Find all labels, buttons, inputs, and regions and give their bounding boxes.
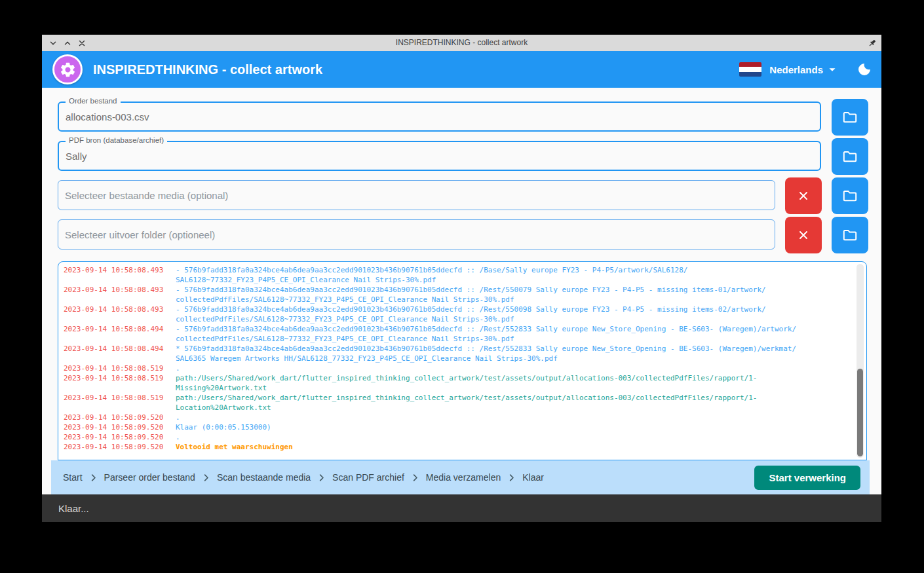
dark-mode-toggle[interactable] <box>857 62 872 77</box>
app-window: INSPIREDTHINKING - collect artwork INSPI… <box>42 35 881 522</box>
chevron-right-icon <box>317 473 326 483</box>
folder-icon <box>842 149 858 164</box>
existing-media-clear-button[interactable] <box>785 177 822 214</box>
log-message: * 576b9fadd318fa0a324bce4ab6dea9aa3cc2ed… <box>176 344 799 363</box>
pdf-source-field[interactable]: PDF bron (database/archief) Sally <box>58 141 821 171</box>
existing-media-field[interactable]: Selecteer bestaande media (optional) <box>58 180 775 210</box>
folder-icon <box>842 109 858 125</box>
pin-button[interactable] <box>866 37 877 48</box>
order-file-label: Order bestand <box>66 97 121 105</box>
log-entry: 2023-09-14 10:58:08.519path:/​Users/​Sha… <box>64 373 866 393</box>
chevron-right-icon <box>507 473 516 483</box>
log-entry: 2023-09-14 10:58:08.493-​ 576b9fadd318fa… <box>64 265 866 285</box>
chevron-right-icon <box>201 473 211 483</box>
app-bar: INSPIREDTHINKING - collect artwork Neder… <box>42 51 881 88</box>
log-timestamp: 2023-09-14 10:58:08.493 <box>64 265 163 275</box>
log-message: -​ 576b9fadd318fa0a324bce4ab6dea9aa3cc2e… <box>176 324 799 344</box>
log-message: Voltooid met waarschuwingen <box>176 442 799 452</box>
log-entry: 2023-09-14 10:58:08.494-​ 576b9fadd318fa… <box>64 324 866 344</box>
close-icon <box>797 189 810 202</box>
log-message: -​ 576b9fadd318fa0a324bce4ab6dea9aa3cc2e… <box>176 285 799 305</box>
title-bar: INSPIREDTHINKING - collect artwork <box>42 35 881 51</box>
log-timestamp: 2023-09-14 10:58:08.493 <box>64 285 163 295</box>
log-message: path:/​Users/​Shared/​work_dart/​flutter… <box>176 393 799 413</box>
status-text: Klaar... <box>58 503 89 514</box>
output-folder-placeholder: Selecteer uitvoer folder (optioneel) <box>65 229 215 240</box>
log-panel[interactable]: 2023-09-14 10:58:08.493-​ 576b9fadd318fa… <box>58 261 867 460</box>
gear-icon <box>59 61 77 79</box>
order-file-value: allocations-003.csv <box>66 111 149 122</box>
window-title: INSPIREDTHINKING - collect artwork <box>42 35 881 51</box>
log-message: . <box>176 363 799 373</box>
dropdown-caret-icon <box>825 62 839 77</box>
log-message: Klaar (0:00:05.153000) <box>176 422 799 432</box>
step-label: Klaar <box>522 472 544 483</box>
log-entry: 2023-09-14 10:58:08.493-​ 576b9fadd318fa… <box>64 305 866 324</box>
order-file-field[interactable]: Order bestand allocations-003.csv <box>58 102 821 132</box>
log-timestamp: 2023-09-14 10:58:08.494 <box>64 344 163 354</box>
close-icon <box>797 229 810 242</box>
folder-icon <box>842 188 858 204</box>
app-title: INSPIREDTHINKING - collect artwork <box>93 62 322 77</box>
step-label: Scan PDF archief <box>332 472 404 483</box>
log-entry: 2023-09-14 10:58:09.520. <box>64 432 866 442</box>
existing-media-browse-button[interactable] <box>832 177 868 214</box>
step-label: Scan bestaande media <box>217 472 311 483</box>
log-scrollbar-thumb[interactable] <box>857 369 863 456</box>
netherlands-flag-icon <box>739 62 761 77</box>
app-logo <box>52 54 83 84</box>
folder-icon <box>842 227 858 243</box>
language-label: Nederlands <box>769 64 823 75</box>
status-bar: Klaar... <box>42 494 881 522</box>
existing-media-placeholder: Selecteer bestaande media (optional) <box>65 190 228 201</box>
output-folder-clear-button[interactable] <box>785 217 822 253</box>
log-timestamp: 2023-09-14 10:58:09.520 <box>64 422 163 432</box>
pdf-source-label: PDF bron (database/archief) <box>66 136 167 144</box>
log-scrollbar[interactable] <box>857 264 864 458</box>
log-timestamp: 2023-09-14 10:58:09.520 <box>64 442 163 452</box>
log-entry: 2023-09-14 10:58:09.520Voltooid met waar… <box>64 442 866 452</box>
log-timestamp: 2023-09-14 10:58:08.519 <box>64 363 163 373</box>
chevron-right-icon <box>410 473 420 483</box>
step-label: Start <box>63 472 83 483</box>
pdf-source-browse-button[interactable] <box>832 138 868 175</box>
chevron-right-icon <box>88 473 98 483</box>
log-timestamp: 2023-09-14 10:58:08.519 <box>64 393 163 403</box>
log-entry: 2023-09-14 10:58:08.519path:/​Users/​Sha… <box>64 393 866 413</box>
log-timestamp: 2023-09-14 10:58:08.494 <box>64 324 163 334</box>
log-entry: 2023-09-14 10:58:08.519. <box>64 363 866 373</box>
output-folder-browse-button[interactable] <box>832 217 868 253</box>
log-message: -​ 576b9fadd318fa0a324bce4ab6dea9aa3cc2e… <box>176 305 799 324</box>
pdf-source-value: Sally <box>66 151 87 162</box>
main-content: Order bestand allocations-003.csv PDF br… <box>42 88 881 522</box>
log-entry: 2023-09-14 10:58:09.520. <box>64 413 866 422</box>
log-timestamp: 2023-09-14 10:58:08.493 <box>64 305 163 314</box>
log-timestamp: 2023-09-14 10:58:09.520 <box>64 432 163 442</box>
log-entries: 2023-09-14 10:58:08.493-​ 576b9fadd318fa… <box>64 265 866 452</box>
output-folder-field[interactable]: Selecteer uitvoer folder (optioneel) <box>58 219 775 250</box>
log-message: . <box>176 432 799 442</box>
log-timestamp: 2023-09-14 10:58:08.519 <box>64 373 163 383</box>
step-label: Media verzamelen <box>426 472 501 483</box>
step-label: Parseer order bestand <box>104 472 195 483</box>
log-message: path:/​Users/​Shared/​work_dart/​flutter… <box>176 373 799 393</box>
start-processing-button[interactable]: Start verwerking <box>754 466 860 490</box>
log-entry: 2023-09-14 10:58:08.494* 576b9fadd318fa0… <box>64 344 866 363</box>
log-message: -​ 576b9fadd318fa0a324bce4ab6dea9aa3cc2e… <box>176 265 799 285</box>
log-message: . <box>176 413 799 422</box>
pushpin-icon <box>868 39 877 48</box>
progress-stepper: StartParseer order bestandScan bestaande… <box>51 460 870 494</box>
log-timestamp: 2023-09-14 10:58:09.520 <box>64 413 163 422</box>
order-file-browse-button[interactable] <box>832 99 868 136</box>
log-entry: 2023-09-14 10:58:08.493-​ 576b9fadd318fa… <box>64 285 866 305</box>
moon-icon <box>857 62 872 77</box>
language-selector[interactable]: Nederlands <box>739 62 839 77</box>
log-entry: 2023-09-14 10:58:09.520Klaar (0:00:05.15… <box>64 422 866 432</box>
stepper-steps: StartParseer order bestandScan bestaande… <box>63 472 544 483</box>
